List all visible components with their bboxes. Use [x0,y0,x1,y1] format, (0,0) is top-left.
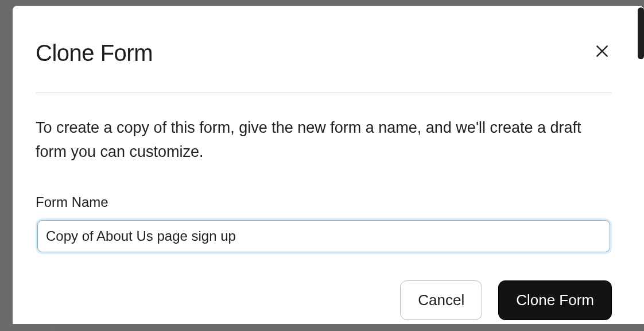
form-name-focus-ring [36,218,612,254]
form-name-input[interactable] [37,220,610,252]
close-button[interactable] [592,41,612,61]
clone-form-button[interactable]: Clone Form [498,280,612,320]
modal-title: Clone Form [36,40,153,66]
modal-body: To create a copy of this form, give the … [36,93,612,254]
modal-footer: Cancel Clone Form [36,280,612,320]
form-name-label: Form Name [36,194,612,210]
close-icon [595,44,610,59]
cancel-button[interactable]: Cancel [400,280,482,320]
modal-description: To create a copy of this form, give the … [36,116,612,164]
clone-form-modal: Clone Form To create a copy of this form… [13,6,644,324]
modal-header: Clone Form [36,40,612,93]
scrollbar-thumb[interactable] [638,7,644,59]
